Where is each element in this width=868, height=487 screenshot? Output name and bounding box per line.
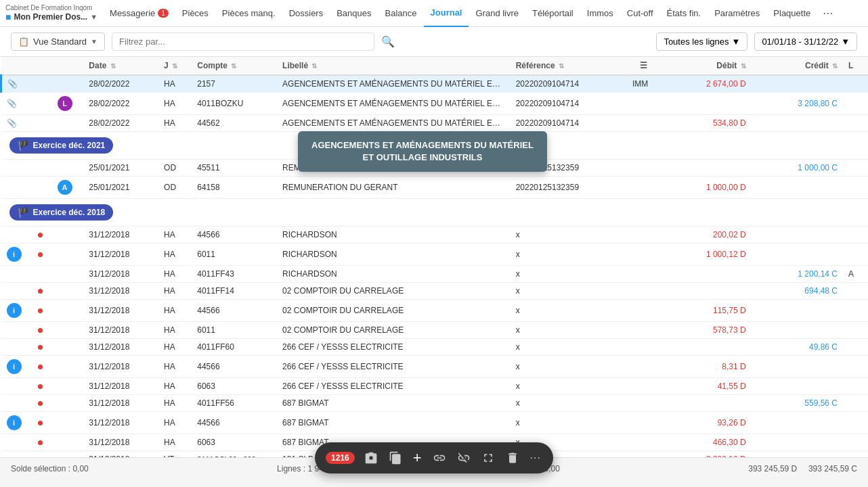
row-libelle: RICHARDSON [277, 227, 511, 244]
row-ref2 [627, 300, 659, 322]
nav-pieces[interactable]: Pièces [175, 0, 215, 27]
col-credit-header[interactable]: Crédit ⇅ [752, 57, 843, 75]
row-date: 31/12/2018 [83, 356, 158, 378]
table-row[interactable]: 📎 28/02/2022 HA 2157 AGENCEMENTS ET AMÉN… [1, 75, 869, 93]
table-row[interactable]: A 25/01/2021 OD 64158 REMUNERATION DU GE… [1, 177, 869, 199]
table-row[interactable]: 31/12/2018 HA 6011 02 COMPTOIR DU CARREL… [1, 322, 869, 339]
row-date: 31/12/2018 [83, 244, 158, 266]
row-reference: x [511, 244, 627, 266]
row-debit: 466,30 D [659, 434, 751, 451]
ft-more-button[interactable]: ··· [529, 450, 542, 465]
table-row[interactable]: i 31/12/2018 HA 44566 266 CEF / YESSS EL… [1, 356, 869, 378]
row-icon: i [1, 244, 33, 266]
row-l [843, 434, 868, 451]
row-avatar-cell [52, 322, 84, 339]
row-credit [752, 434, 843, 451]
nav-menu: Messagerie 1 Pièces Pièces manq. Dossier… [103, 0, 863, 27]
ft-link-button[interactable] [431, 450, 448, 466]
row-reference: 20220209104714 [511, 115, 627, 132]
row-avatar-cell [52, 395, 84, 412]
red-dot-icon [38, 289, 43, 294]
table-row[interactable]: 31/12/2018 HA 4011FF43 RICHARDSON x 1 20… [1, 266, 869, 283]
table-row[interactable]: 31/12/2018 HA 4011FF56 687 BIGMAT x 559,… [1, 395, 869, 412]
filter-input[interactable] [112, 32, 374, 51]
row-date: 31/12/2018 [83, 339, 158, 356]
table-row[interactable]: 31/12/2018 HA 6063 266 CEF / YESSS ELECT… [1, 378, 869, 395]
cabinet-label: Cabinet De Formation Inqom [5, 4, 97, 11]
row-credit [752, 451, 843, 458]
ft-add-button[interactable]: + [412, 448, 423, 468]
exercise-badge: 🏴 Exercice déc. 2018 [9, 204, 114, 221]
row-reference: x [511, 356, 627, 378]
vue-standard-button[interactable]: 📋 Vue Standard ▼ [11, 32, 105, 51]
row-ref2 [627, 160, 659, 177]
selection-count-badge: 1216 [326, 452, 355, 464]
col-dot-header [32, 57, 51, 75]
row-icon [1, 451, 33, 458]
col-debit-header[interactable]: Débit ⇅ [659, 57, 751, 75]
nav-etats-fin[interactable]: États fin. [660, 0, 708, 27]
search-icon[interactable]: 🔍 [381, 35, 395, 48]
row-libelle: 266 CEF / YESSS ELECTRICITE [277, 378, 511, 395]
table-row[interactable]: i 31/12/2018 HA 44566 687 BIGMAT x 93,26… [1, 412, 869, 434]
ft-expand-button[interactable] [480, 450, 496, 466]
row-ref2 [627, 434, 659, 451]
nav-parametres[interactable]: Paramètres [708, 0, 766, 27]
row-libelle: RICHARDSON [277, 266, 511, 283]
red-dot-icon [38, 345, 43, 350]
row-avatar-cell [52, 227, 84, 244]
col-date-header[interactable]: Date ⇅ [83, 57, 158, 75]
nav-banques[interactable]: Banques [330, 0, 378, 27]
ft-delete-button[interactable] [504, 450, 521, 466]
col-libelle-header[interactable]: Libellé ⇅ [277, 57, 511, 75]
row-dot [32, 266, 51, 283]
ft-copy-button[interactable] [387, 450, 404, 466]
row-ref2 [627, 378, 659, 395]
nav-dossiers[interactable]: Dossiers [282, 0, 330, 27]
row-date: 31/12/2018 [83, 227, 158, 244]
row-credit [752, 177, 843, 199]
row-l [843, 339, 868, 356]
ft-unlink-button[interactable] [456, 450, 472, 466]
row-dot [32, 322, 51, 339]
row-l: A [843, 266, 868, 283]
nav-messagerie[interactable]: Messagerie 1 [103, 0, 175, 27]
row-l [843, 356, 868, 378]
table-row[interactable]: 📎 28/02/2022 HA 44562 AGENCEMENTS ET AMÉ… [1, 115, 869, 132]
nav-plaquette[interactable]: Plaquette [766, 0, 817, 27]
nav-more[interactable]: ··· [817, 6, 838, 20]
col-ref-header[interactable]: Référence ⇅ [511, 57, 627, 75]
table-row[interactable]: 31/12/2018 HA 44566 RICHARDSON x 200,02 … [1, 227, 869, 244]
nav-teleportail[interactable]: Téléportail [525, 0, 580, 27]
filter-date-button[interactable]: 01/01/18 - 31/12/22 ▼ [754, 32, 857, 51]
row-l [843, 378, 868, 395]
row-dot [32, 160, 51, 177]
row-credit: 1 200,14 C [752, 266, 843, 283]
row-dot [32, 283, 51, 300]
row-icon [1, 283, 33, 300]
ft-camera-button[interactable] [363, 450, 379, 466]
row-libelle: 687 BIGMAT [277, 412, 511, 434]
table-row[interactable]: 31/12/2018 HA 4011FF60 266 CEF / YESSS E… [1, 339, 869, 356]
nav-journal[interactable]: Journal [424, 0, 469, 27]
company-name[interactable]: ■ Mon Premier Dos... ▼ [5, 11, 97, 22]
table-row[interactable]: 📎 L 28/02/2022 HA 4011BOZKU AGENCEMENTS … [1, 93, 869, 115]
row-compte: 3111CCL00...068 [192, 451, 277, 458]
col-l-header[interactable]: L [843, 57, 868, 75]
row-libelle: 02 COMPTOIR DU CARRELAGE [277, 283, 511, 300]
nav-immos[interactable]: Immos [580, 0, 620, 27]
row-libelle: 266 CEF / YESSS ELECTRICITE [277, 356, 511, 378]
filter-lines-button[interactable]: Toutes les lignes ▼ [656, 32, 747, 51]
view-arrow: ▼ [91, 38, 97, 45]
table-row[interactable]: 31/12/2018 HA 4011FF14 02 COMPTOIR DU CA… [1, 283, 869, 300]
nav-cutoff[interactable]: Cut-off [620, 0, 660, 27]
table-row[interactable]: i 31/12/2018 HA 6011 RICHARDSON x 1 000,… [1, 244, 869, 266]
nav-balance[interactable]: Balance [378, 0, 424, 27]
col-compte-header[interactable]: Compte ⇅ [192, 57, 277, 75]
row-icon [1, 395, 33, 412]
table-row[interactable]: i 31/12/2018 HA 44566 02 COMPTOIR DU CAR… [1, 300, 869, 322]
col-j-header[interactable]: J ⇅ [158, 57, 192, 75]
nav-grand-livre[interactable]: Grand livre [469, 0, 525, 27]
nav-pieces-manq[interactable]: Pièces manq. [215, 0, 282, 27]
col-filter-header[interactable]: ☰ [627, 57, 659, 75]
